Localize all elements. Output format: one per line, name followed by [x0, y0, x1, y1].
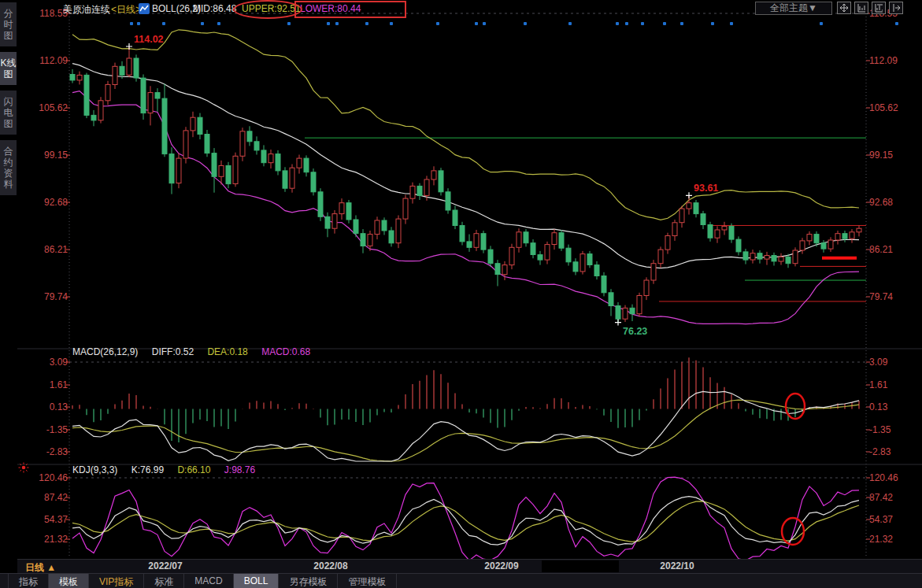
instrument-title: 美原油连续 — [63, 3, 110, 17]
candle-body — [779, 257, 783, 261]
event-marker-dot — [327, 22, 330, 25]
chart-header: 美原油连续 <日线> BOLL(26,2) MID:86.48 UPPER:92… — [0, 0, 922, 19]
candle-body — [524, 232, 528, 243]
y-tick-label-left: -1.35 — [19, 424, 68, 435]
tab-3[interactable]: 标准 — [144, 574, 184, 588]
candle-body — [424, 179, 429, 195]
y-tick-label-right: 120.46 — [869, 472, 920, 483]
x-tick-label: 2022/08 — [303, 560, 358, 571]
candle-body — [651, 264, 656, 280]
y-tick-label-right: 112.09 — [869, 55, 920, 66]
candle-body — [403, 198, 408, 219]
candle-body — [665, 236, 670, 250]
y-tick-label-left: 54.37 — [19, 514, 68, 525]
candle-body — [602, 276, 606, 293]
lower-highlight-rect — [294, 1, 406, 18]
candle-body — [807, 235, 812, 241]
candle-body — [431, 171, 436, 179]
candle-body — [318, 192, 323, 216]
candle-body — [545, 245, 550, 261]
candle-body — [857, 228, 861, 232]
macd-dea-value: DEA:0.18 — [207, 346, 247, 357]
candle-body — [531, 243, 535, 255]
candle-body — [155, 93, 160, 98]
candle-body — [106, 84, 110, 100]
candle-body — [453, 210, 457, 226]
candle-body — [226, 165, 231, 183]
candle-body — [354, 220, 358, 234]
sidebar-item-2[interactable]: 闪电图 — [0, 91, 17, 135]
candle-body — [410, 186, 415, 198]
macd-diff-value: DIFF:0.52 — [152, 346, 194, 357]
candle-body — [127, 58, 131, 75]
macd-params-label: MACD(26,12,9) — [72, 346, 138, 357]
candle-body — [786, 257, 791, 263]
tab-6[interactable]: 另存模板 — [279, 574, 338, 588]
y-tick-label-left: 92.68 — [19, 197, 68, 208]
candle-body — [722, 226, 727, 230]
candle-body — [219, 165, 224, 176]
y-tick-label-left: 3.09 — [19, 357, 68, 368]
macd-diff-line — [72, 391, 859, 461]
tab-0[interactable]: 指标 — [8, 574, 49, 588]
y-tick-label-right: 21.32 — [869, 534, 920, 545]
candle-body — [446, 192, 450, 210]
candle-body — [842, 234, 847, 239]
extreme-cross-marker — [615, 320, 621, 326]
extreme-cross-marker — [686, 192, 692, 198]
chart-canvas: 114.0276.2393.61 — [0, 0, 922, 588]
candle-body — [828, 240, 833, 249]
y-tick-label-right: 86.21 — [869, 244, 920, 255]
extreme-price-label: 76.23 — [623, 326, 647, 337]
scale-y-axis-icon[interactable] — [854, 2, 868, 14]
extreme-price-label: 114.02 — [134, 34, 164, 45]
tab-5[interactable]: BOLL — [234, 574, 280, 588]
candle-body — [396, 219, 401, 243]
candle-body — [339, 203, 344, 214]
candle-body — [637, 296, 642, 314]
candle-body — [268, 154, 273, 163]
pan-icon[interactable] — [837, 2, 851, 14]
sidebar-item-1[interactable]: K线图 — [0, 52, 17, 85]
scale-x-axis-icon[interactable] — [872, 2, 886, 14]
event-marker-dot — [335, 22, 339, 25]
kdj-j-value: J:98.76 — [224, 464, 255, 475]
event-marker-dot — [895, 22, 898, 25]
theme-selector-button[interactable]: 全部主题▼ — [755, 2, 832, 15]
shift-right-icon[interactable] — [889, 2, 903, 14]
candle-body — [488, 250, 493, 264]
candle-body — [835, 234, 840, 240]
tab-7[interactable]: 管理模板 — [338, 574, 397, 588]
tab-2[interactable]: VIP指标 — [89, 574, 144, 588]
candle-body — [772, 256, 776, 261]
sidebar-item-3[interactable]: 合约资料 — [0, 140, 17, 195]
candle-body — [743, 252, 748, 260]
candle-body — [566, 248, 571, 262]
sun-marker-icon — [22, 466, 26, 470]
candle-body — [495, 264, 500, 275]
candle-body — [729, 226, 734, 239]
left-sidebar: 分时图K线图闪电图合约资料 — [0, 0, 17, 588]
bottom-tab-bar: 指标模板VIP指标标准MACDBOLL另存模板管理模板 — [0, 573, 922, 588]
candle-body — [474, 234, 479, 248]
event-marker-dot — [137, 22, 140, 25]
candle-body — [212, 153, 217, 177]
candle-body — [120, 66, 124, 75]
tab-4[interactable]: MACD — [184, 574, 233, 588]
candle-body — [240, 131, 245, 157]
candle-body — [332, 214, 337, 229]
candle-body — [509, 247, 514, 264]
boll-mid-line — [72, 64, 859, 268]
axis-blank-box — [542, 560, 619, 572]
candle-body — [162, 98, 167, 154]
event-marker-dot — [568, 22, 572, 25]
sun-marker-ray — [20, 470, 21, 472]
candle-body — [297, 158, 302, 168]
x-tick-label: 2022/10 — [650, 560, 705, 571]
tab-1[interactable]: 模板 — [49, 574, 89, 588]
candle-body — [623, 308, 628, 319]
candle-body — [559, 233, 564, 249]
event-marker-dot — [524, 22, 527, 25]
candle-body — [687, 203, 691, 209]
candle-body — [765, 256, 769, 260]
